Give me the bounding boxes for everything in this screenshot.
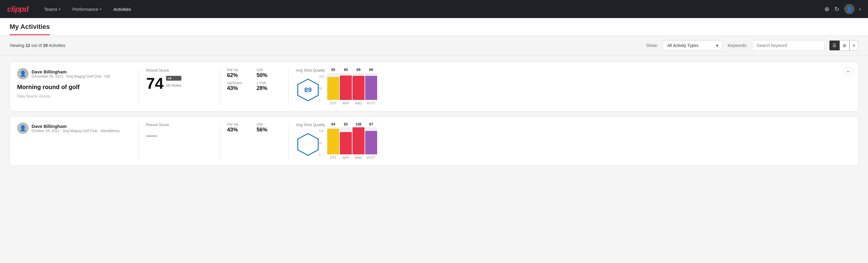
bar-arg-label: ARG bbox=[355, 101, 362, 105]
bar-putt-value: 87 bbox=[369, 122, 373, 126]
keywords-label: Keywords: bbox=[727, 43, 747, 48]
bar-ott-wrapper bbox=[327, 127, 339, 154]
bar-ott-fill bbox=[327, 77, 339, 100]
divider bbox=[138, 122, 139, 159]
bar-putt-wrapper bbox=[365, 73, 377, 100]
fw-hit-stat: FW Hit 43% bbox=[227, 122, 252, 133]
activity-type-dropdown[interactable]: All Activity Types ▾ bbox=[662, 40, 723, 51]
search-input[interactable] bbox=[752, 40, 825, 51]
y-label-50: 50 bbox=[319, 87, 324, 90]
user-avatar[interactable]: 👤 bbox=[844, 4, 855, 14]
bar-putt-label: PUTT bbox=[367, 101, 376, 105]
nav-item-teams[interactable]: Teams ▾ bbox=[43, 4, 62, 14]
divider bbox=[138, 68, 139, 105]
gir-value: 56% bbox=[256, 127, 281, 133]
user-date: December 05, 2021 · Gog Magog Golf Club … bbox=[32, 74, 110, 79]
user-name: Dave Billingham bbox=[32, 124, 120, 129]
gir-label: GIR bbox=[256, 68, 281, 72]
bar-putt-label: PUTT bbox=[367, 156, 376, 159]
fw-hit-stat: FW Hit 62% bbox=[227, 68, 252, 79]
add-icon[interactable]: ⊕ bbox=[825, 5, 830, 12]
bar-arg-value: 89 bbox=[356, 68, 360, 72]
bar-arg-fill bbox=[352, 127, 365, 154]
svg-marker-1 bbox=[298, 134, 318, 155]
bar-arg-value: 106 bbox=[355, 122, 362, 126]
card-left: 👤 Dave Billingham December 05, 2021 · Go… bbox=[17, 68, 131, 98]
nav-item-performance[interactable]: Performance ▾ bbox=[71, 4, 102, 14]
nav-label-performance: Performance bbox=[72, 7, 98, 12]
user-row: 👤 Dave Billingham October 16, 2021 · Gog… bbox=[17, 122, 131, 134]
grid-view-icon: ⊞ bbox=[843, 43, 846, 48]
bar-chart-area: 100 50 0 94 OTT bbox=[327, 129, 377, 159]
gir-label: GIR bbox=[256, 122, 281, 127]
one-putt-label: 1 Putt bbox=[256, 81, 281, 85]
bar-putt: 89 PUTT bbox=[365, 68, 377, 105]
stats-grid: FW Hit 62% GIR 50% Up/Down 43% 1 Putt 28… bbox=[227, 68, 281, 91]
bar-app-wrapper bbox=[340, 127, 352, 154]
fw-hit-value: 43% bbox=[227, 127, 252, 133]
dropdown-chevron-icon: ▾ bbox=[716, 43, 718, 48]
activity-title: Morning round of golf bbox=[17, 84, 131, 91]
round-score-row: 74 +4 18 Holes bbox=[146, 76, 212, 91]
chevron-down-icon: ▾ bbox=[59, 7, 60, 11]
bar-app-fill bbox=[340, 132, 352, 154]
list-view-button[interactable]: ☰ bbox=[830, 40, 840, 50]
divider bbox=[288, 68, 289, 105]
avg-shot-section: Avg Shot Quality 89 bbox=[296, 68, 851, 105]
bar-app: 82 APP bbox=[340, 122, 352, 159]
round-score-label: Round Score bbox=[146, 68, 212, 72]
score-value: — bbox=[146, 130, 157, 141]
bar-arg-wrapper bbox=[352, 127, 365, 154]
hex-value: 89 bbox=[304, 86, 312, 94]
bar-app-fill bbox=[340, 76, 352, 100]
data-source: Data Source: Arccos bbox=[17, 94, 131, 98]
bar-arg-wrapper bbox=[352, 73, 365, 100]
bar-app-value: 90 bbox=[344, 68, 348, 72]
bar-ott-fill bbox=[327, 129, 339, 154]
user-date: October 16, 2021 · Gog Magog Golf Club -… bbox=[32, 129, 120, 133]
bar-app-label: APP bbox=[343, 101, 349, 105]
bar-putt-value: 89 bbox=[369, 68, 373, 72]
bar-ott: 94 OTT bbox=[327, 122, 339, 159]
activity-card: 👤 Dave Billingham December 05, 2021 · Go… bbox=[10, 62, 858, 111]
bar-chart: 100 50 0 85 OTT bbox=[327, 75, 377, 105]
one-putt-stat: 1 Putt 28% bbox=[256, 81, 281, 91]
card-left: 👤 Dave Billingham October 16, 2021 · Gog… bbox=[17, 122, 131, 136]
bar-arg-label: ARG bbox=[355, 156, 362, 159]
divider bbox=[288, 122, 289, 159]
activities-list: 👤 Dave Billingham December 05, 2021 · Go… bbox=[0, 56, 868, 172]
bar-ott-label: OTT bbox=[330, 156, 337, 159]
gir-stat: GIR 50% bbox=[256, 68, 281, 79]
page-title: My Activities bbox=[10, 23, 50, 35]
score-value: 74 bbox=[146, 76, 164, 91]
viewing-text: Viewing 12 out of 29 Activities bbox=[10, 43, 65, 48]
bar-putt-fill bbox=[365, 76, 377, 100]
y-label-100: 100 bbox=[319, 129, 324, 133]
bar-chart-area: 100 50 0 85 OTT bbox=[327, 75, 377, 105]
compact-view-button[interactable]: ≡ bbox=[850, 40, 858, 50]
grid-view-button[interactable]: ⊞ bbox=[840, 40, 850, 50]
hexagon bbox=[296, 133, 320, 156]
navbar: clippd Teams ▾ Performance ▾ Activities … bbox=[0, 0, 868, 18]
bar-putt-fill bbox=[365, 131, 377, 154]
activity-card: 👤 Dave Billingham October 16, 2021 · Gog… bbox=[10, 116, 858, 166]
bar-ott-value: 85 bbox=[331, 68, 335, 72]
avatar-icon: 👤 bbox=[846, 6, 852, 12]
bar-ott-label: OTT bbox=[330, 101, 337, 105]
round-score-row: — bbox=[146, 130, 212, 141]
bar-arg: 106 ARG bbox=[352, 122, 365, 159]
refresh-icon[interactable]: ↻ bbox=[834, 5, 839, 12]
edit-button[interactable]: ✏ bbox=[844, 67, 853, 77]
view-toggles: ☰ ⊞ ≡ bbox=[829, 40, 858, 51]
user-row: 👤 Dave Billingham December 05, 2021 · Go… bbox=[17, 68, 131, 80]
gir-value: 50% bbox=[256, 72, 281, 79]
activity-type-value: All Activity Types bbox=[667, 43, 699, 48]
y-label-0: 0 bbox=[319, 153, 324, 156]
bar-arg: 89 ARG bbox=[352, 68, 365, 105]
bar-chart: 100 50 0 94 OTT bbox=[327, 129, 377, 159]
bar-app-wrapper bbox=[340, 73, 352, 100]
user-name: Dave Billingham bbox=[32, 69, 110, 74]
nav-item-activities[interactable]: Activities bbox=[112, 4, 132, 14]
fw-hit-value: 62% bbox=[227, 72, 252, 79]
round-score-section: Round Score 74 +4 18 Holes bbox=[146, 68, 212, 91]
